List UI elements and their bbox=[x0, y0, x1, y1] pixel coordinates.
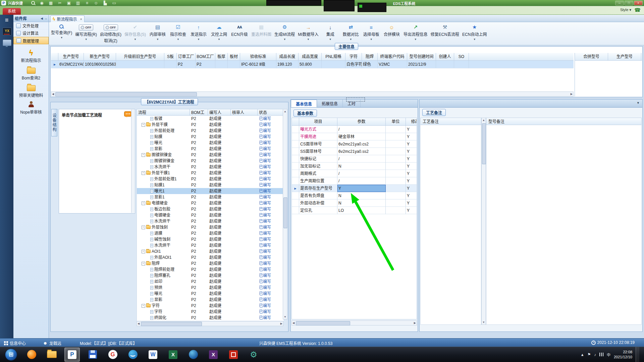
globe-app-icon[interactable] bbox=[186, 348, 201, 361]
process-remarks-area[interactable] bbox=[420, 125, 481, 325]
显影[interactable]: 显影 P2 赵成捷 已编写 bbox=[137, 146, 284, 152]
write-flow-button[interactable]: OFF 编写流程(R) bbox=[75, 24, 97, 41]
板边包胶[interactable]: 板边包胶 P2 赵成捷 已编写 bbox=[137, 206, 284, 212]
阻焊塞孔[interactable]: 阻焊塞孔 P2 赵成捷 已编写 bbox=[137, 273, 284, 279]
param-value-cell[interactable]: 6v2mc21ya0.cs2 bbox=[337, 140, 386, 148]
model-remarks-area[interactable] bbox=[486, 125, 642, 325]
mi-data-import-button[interactable]: MI数据导入 bbox=[298, 24, 318, 41]
图镀铜镍金[interactable]: 图镀铜镍金 P2 赵成捷 已编写 bbox=[137, 152, 284, 158]
tree-collapse-icon[interactable] bbox=[142, 153, 145, 157]
dropdown-arrow-icon[interactable] bbox=[329, 38, 331, 41]
param-row[interactable]: CS面菲林号 6v2mc21ya0.cs2 Y bbox=[292, 140, 417, 148]
horizontal-scrollbar[interactable] bbox=[51, 92, 574, 97]
save-icon[interactable]: ▣ bbox=[66, 1, 71, 5]
tool-preaudit-key-materials[interactable]: 预审关键物料 bbox=[13, 84, 49, 98]
曝光1[interactable]: 曝光1 P2 赵成捷 已编写 bbox=[137, 188, 284, 194]
显影[interactable]: 显影 P2 赵成捷 已编写 bbox=[137, 297, 284, 303]
dropdown-arrow-icon[interactable] bbox=[415, 38, 416, 41]
图镀铜镍金[interactable]: 图镀铜镍金 P2 赵成捷 已编写 bbox=[137, 158, 284, 164]
internal-audit-button[interactable]: 内部审核 bbox=[149, 24, 166, 41]
dropdown-arrow-icon[interactable] bbox=[198, 38, 200, 41]
integrate-button[interactable]: 集成 bbox=[322, 24, 339, 41]
外层干膜1[interactable]: 外层干膜1 P2 赵成捷 已编写 bbox=[137, 170, 284, 176]
曝光[interactable]: 曝光 P2 赵成捷 已编写 bbox=[137, 140, 284, 146]
save-info-button[interactable]: 保存信息(S) bbox=[124, 24, 146, 41]
taskbar-clock[interactable]: 22:08 2021/12/10 bbox=[614, 350, 632, 360]
外层前处理1[interactable]: 外层前处理1 P2 赵成捷 已编写 bbox=[137, 176, 284, 182]
字符[interactable]: 字符 P2 赵成捷 已编写 bbox=[137, 309, 284, 315]
paste-icon[interactable]: ▥ bbox=[75, 1, 80, 5]
excel-icon[interactable]: X bbox=[166, 348, 180, 361]
丝印[interactable]: 丝印 P2 赵成捷 已编写 bbox=[137, 279, 284, 285]
param-row[interactable]: SS面菲林号 6v2mc21ya0.ss2 Y bbox=[292, 148, 417, 155]
vertical-scrollbar[interactable] bbox=[283, 109, 287, 319]
tree-collapse-icon[interactable] bbox=[142, 304, 145, 308]
param-row[interactable]: 加无铅标记 N Y bbox=[292, 163, 417, 170]
device-structure-tab[interactable]: 设备结构 bbox=[51, 109, 57, 136]
tab-basic-info[interactable]: 基本信息 bbox=[291, 100, 317, 107]
firefox-icon[interactable] bbox=[24, 348, 39, 361]
param-row[interactable]: 快捷标记 / Y bbox=[292, 155, 417, 163]
select-motherboard-button[interactable]: 选择母板 bbox=[363, 24, 380, 41]
monitor-icon[interactable]: ▭ bbox=[112, 1, 117, 5]
param-value-cell[interactable]: 硬金菲林 bbox=[337, 133, 386, 140]
chart-icon[interactable]: ▙ bbox=[103, 1, 108, 5]
param-row[interactable]: 定位孔 LO Y bbox=[292, 207, 417, 214]
param-value-cell[interactable]: / bbox=[337, 155, 386, 163]
param-value-cell[interactable]: 6v2mc21ya0.ss2 bbox=[337, 148, 386, 155]
nav-file-processing[interactable]: 文件处理 bbox=[13, 22, 49, 29]
电镀硬金[interactable]: 电镀硬金 P2 赵成捷 已编写 bbox=[137, 212, 284, 218]
nav-data-management[interactable]: 数据管理 bbox=[13, 37, 49, 44]
dropdown-arrow-icon[interactable] bbox=[61, 36, 62, 39]
水洗烘干[interactable]: 水洗烘干 P2 赵成捷 已编写 bbox=[137, 218, 284, 224]
close-button[interactable]: × bbox=[634, 1, 643, 5]
xshell-icon[interactable]: X bbox=[206, 348, 221, 361]
volume-icon[interactable]: ♪ bbox=[594, 353, 596, 357]
tool-bom-query-2[interactable]: Bom查询2 bbox=[13, 66, 49, 80]
explorer-icon[interactable] bbox=[44, 348, 59, 361]
cut-icon[interactable]: ✂ bbox=[57, 1, 62, 5]
阻焊前处理[interactable]: 阻焊前处理 P2 赵成捷 已编写 bbox=[137, 266, 284, 273]
param-value-cell[interactable]: / bbox=[337, 126, 386, 133]
tree-collapse-icon[interactable] bbox=[142, 171, 145, 175]
dropdown-arrow-icon[interactable] bbox=[157, 38, 159, 41]
param-row[interactable]: 曝光方式 / Y bbox=[292, 126, 417, 133]
pin-icon[interactable]: → bbox=[44, 17, 47, 20]
off-toggle[interactable]: OFF bbox=[79, 24, 93, 31]
param-value-cell[interactable]: N bbox=[337, 199, 386, 207]
tree-collapse-icon[interactable] bbox=[142, 250, 145, 253]
vertical-scrollbar[interactable] bbox=[481, 118, 486, 325]
dropdown-arrow-icon[interactable] bbox=[350, 38, 352, 41]
param-row[interactable]: 干膜用途 硬金菲林 Y bbox=[292, 133, 417, 140]
instruction-check-button[interactable]: 指示检查 bbox=[169, 24, 187, 41]
horizontal-scrollbar[interactable] bbox=[137, 321, 283, 326]
param-row[interactable]: 周期格式 / Y bbox=[292, 170, 417, 177]
export-flow-info-button[interactable]: 导出流程信息 bbox=[404, 24, 428, 41]
ime-indicator[interactable]: 中 bbox=[607, 352, 610, 357]
param-row[interactable]: 是否存在生产型号 Y Y bbox=[292, 185, 417, 192]
碱性蚀刻[interactable]: 碱性蚀刻 P2 赵成捷 已编写 bbox=[137, 236, 284, 242]
minimize-button[interactable]: ─ bbox=[615, 1, 624, 5]
start-modify-button[interactable]: OFF 启动修改(E) 取消(Z) bbox=[100, 24, 121, 47]
param-value-cell[interactable]: N bbox=[337, 192, 386, 199]
电镀硬金[interactable]: 电镀硬金 P2 赵成捷 已编写 bbox=[137, 200, 284, 206]
板镀[interactable]: 板镀 P2 赵成捷 已编写 bbox=[137, 116, 284, 122]
main-info-data-row[interactable]: 6V2MC21YA010010600102563P2P2IPC-6012 Ⅱ级1… bbox=[51, 61, 574, 68]
阻焊[interactable]: 阻焊 P2 赵成捷 已编写 bbox=[137, 260, 284, 266]
info-center-label[interactable]: 信息中心 bbox=[10, 340, 26, 346]
tree-collapse-icon[interactable] bbox=[142, 123, 145, 127]
wps-icon[interactable]: W bbox=[146, 348, 160, 361]
AOI1[interactable]: AOI1 P2 赵成捷 已编写 bbox=[137, 248, 284, 254]
gear-app-icon[interactable]: ⚙ bbox=[246, 348, 261, 361]
外层前处理[interactable]: 外层前处理 P2 赵成捷 已编写 bbox=[137, 128, 284, 134]
dropdown-arrow-icon[interactable] bbox=[370, 38, 372, 41]
save-tool-icon[interactable] bbox=[85, 348, 100, 361]
退膜[interactable]: 退膜 P2 赵成捷 已编写 bbox=[137, 230, 284, 236]
start-button[interactable]: ⊞ bbox=[3, 348, 19, 361]
yx-logo[interactable]: YX bbox=[2, 27, 12, 36]
param-value-cell[interactable]: / bbox=[337, 170, 386, 177]
model-query-button[interactable]: 型号查询(F) bbox=[51, 24, 72, 39]
off-toggle[interactable]: OFF bbox=[104, 24, 118, 31]
user-icon2[interactable]: ☺ bbox=[94, 1, 99, 5]
param-value-cell[interactable]: LO bbox=[337, 207, 386, 214]
